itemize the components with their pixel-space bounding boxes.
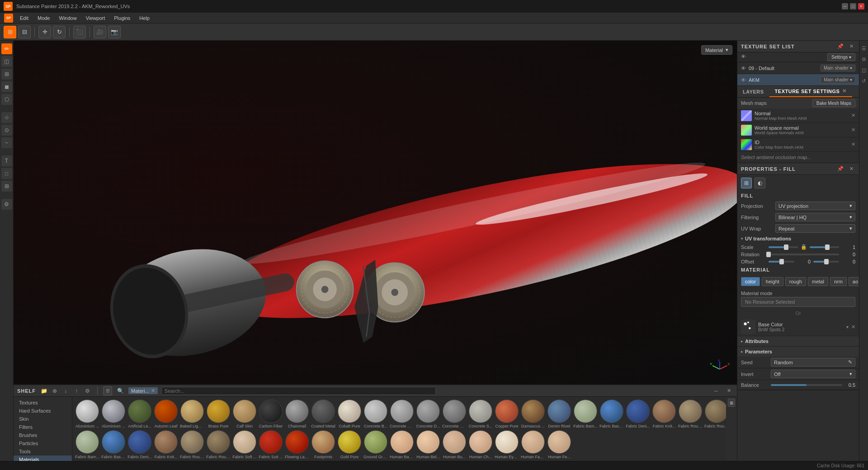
channel-color[interactable]: color — [741, 277, 760, 286]
material-item[interactable]: Aluminium ... — [101, 400, 126, 428]
toolbar-viewport-btn[interactable]: ⬛ — [73, 26, 86, 38]
shelf-cat-tools[interactable]: Tools — [14, 447, 72, 456]
material-item[interactable]: Carbon Fiber — [259, 400, 283, 428]
shelf-search-input[interactable] — [161, 387, 436, 395]
menu-viewport[interactable]: Viewport — [81, 13, 110, 23]
mesh-map-normal-close[interactable]: ✕ — [851, 113, 855, 118]
material-item[interactable]: Fabric Rough — [180, 430, 204, 459]
material-item[interactable]: Concrete Cl... — [390, 400, 414, 428]
material-item[interactable]: Artificial Le... — [127, 400, 152, 428]
material-item[interactable]: Human Ch... — [468, 430, 493, 459]
filtering-dropdown[interactable]: Bilinear | HQ ▾ — [775, 213, 855, 221]
material-item[interactable]: Copper Pure — [495, 400, 519, 428]
scale-lock-icon[interactable]: 🔒 — [801, 244, 807, 250]
menu-edit[interactable]: Edit — [15, 13, 33, 23]
shelf-cat-filters[interactable]: Filters — [14, 423, 72, 431]
close-button[interactable]: ✕ — [858, 3, 864, 9]
material-item[interactable]: Fabric Deni... — [626, 400, 650, 428]
shelf-filter-btn[interactable]: ☰ — [103, 386, 112, 395]
ts-default-shader[interactable]: Main shader ▾ — [821, 65, 855, 71]
material-item[interactable]: Footprints — [311, 430, 335, 459]
shelf-cat-textures[interactable]: Textures — [14, 399, 72, 407]
ts-akm-eye[interactable]: 👁 — [741, 77, 746, 83]
projection-dropdown[interactable]: UV projection ▾ — [775, 202, 855, 210]
ao-select-row[interactable]: Select ambient occlusion map... — [737, 152, 859, 163]
shelf-export-btn[interactable]: ↑ — [72, 386, 81, 395]
material-item[interactable]: Human Bel... — [416, 430, 440, 459]
material-item[interactable]: Damascus ... — [521, 400, 545, 428]
toolbar-camera-btn[interactable]: 🎥 — [94, 26, 106, 38]
viewport-mode-dropdown[interactable]: Material ▾ — [701, 45, 732, 55]
channel-ao[interactable]: ao — [849, 277, 859, 286]
shelf-cat-particles[interactable]: Particles — [14, 439, 72, 447]
sidebar-tool-erase[interactable]: ◫ — [1, 56, 12, 67]
material-item[interactable]: Calf Skin — [232, 400, 257, 428]
channel-height[interactable]: height — [762, 277, 783, 286]
toolbar-grid-btn[interactable]: ⊟ — [18, 26, 31, 38]
material-item[interactable]: Fabric Base... — [101, 430, 126, 459]
tsl-eye-icon[interactable]: 👁 — [741, 54, 748, 61]
far-right-texture-icon[interactable]: ◫ — [860, 66, 868, 74]
fill-color-icon[interactable]: ◐ — [755, 178, 765, 188]
material-item[interactable]: Fabric Knit... — [154, 430, 178, 459]
rotation-slider[interactable] — [769, 254, 839, 255]
sidebar-tool-layers[interactable]: ⊞ — [1, 69, 12, 80]
shelf-settings-btn[interactable]: ⚙ — [83, 386, 92, 395]
sidebar-tool-fill[interactable]: ◼ — [1, 81, 12, 92]
material-item[interactable]: Gold Pure — [337, 430, 362, 459]
menu-mode[interactable]: Mode — [33, 13, 55, 23]
material-item[interactable]: Human Fac... — [521, 430, 545, 459]
material-item[interactable]: Cobalt Pure — [337, 400, 362, 428]
sidebar-tool-smudge[interactable]: ~ — [1, 137, 12, 148]
sidebar-tool-material[interactable]: ⬡ — [1, 94, 12, 105]
shelf-cat-hard-surfaces[interactable]: Hard Surfaces — [14, 407, 72, 415]
material-item[interactable]: Concrete D... — [416, 400, 440, 428]
material-item[interactable]: Human Fe... — [547, 430, 571, 459]
material-item[interactable]: Denim Rivet — [547, 400, 571, 428]
material-item[interactable]: Human Bac... — [390, 430, 414, 459]
material-item[interactable]: Fabric Roug... — [206, 430, 231, 459]
scale-slider-y[interactable] — [810, 246, 839, 248]
uv-transform-header[interactable]: ▾ UV transformations — [737, 234, 859, 243]
offset-slider-y[interactable] — [813, 261, 839, 263]
material-item[interactable]: Concrete Sl... — [442, 400, 467, 428]
material-item[interactable]: Human Bu... — [442, 430, 467, 459]
far-right-layers-icon[interactable]: ☰ — [860, 44, 868, 52]
maximize-button[interactable]: □ — [850, 3, 856, 9]
far-right-properties-icon[interactable]: ⚙ — [860, 55, 868, 63]
menu-plugins[interactable]: Plugins — [109, 13, 135, 23]
material-item[interactable]: Autumn Leaf — [154, 400, 178, 428]
texture-set-default[interactable]: 👁 09 - Default Main shader ▾ — [737, 62, 859, 74]
attributes-header[interactable]: ▸ Attributes — [737, 336, 859, 346]
sidebar-tool-settings[interactable]: ⚙ — [1, 199, 12, 210]
material-item[interactable]: Concrete B... — [363, 400, 388, 428]
material-item[interactable]: Coated Metal — [311, 400, 335, 428]
material-item[interactable]: Fabric Base... — [599, 400, 624, 428]
shelf-cat-materials[interactable]: Materials — [14, 456, 72, 461]
balance-slider[interactable] — [771, 384, 842, 386]
material-item[interactable]: Concrete S... — [468, 400, 493, 428]
material-item[interactable]: Fabric Bam... — [75, 430, 99, 459]
material-item[interactable]: Fabric Suit ... — [259, 430, 283, 459]
minimize-button[interactable]: ─ — [842, 3, 848, 9]
offset-slider-x[interactable] — [769, 261, 794, 263]
shelf-active-tag[interactable]: Materi... ✕ — [128, 387, 158, 394]
ts-akm-shader[interactable]: Main shader ▾ — [821, 76, 855, 83]
sidebar-tool-paint[interactable]: ✏ — [1, 43, 12, 54]
tab-layers[interactable]: LAYERS — [737, 86, 769, 97]
props-pin-btn[interactable]: 📌 — [836, 165, 844, 173]
channel-rough[interactable]: rough — [785, 277, 806, 286]
bake-mesh-maps-btn[interactable]: Bake Mesh Maps — [812, 99, 855, 107]
far-right-history-icon[interactable]: ↺ — [860, 77, 868, 85]
material-item[interactable]: Fabric Rough — [678, 400, 703, 428]
material-item[interactable]: Fabric Knit... — [652, 400, 676, 428]
material-item[interactable]: Chainmail — [285, 400, 309, 428]
toolbar-paint-btn[interactable]: ⊞ — [4, 26, 16, 38]
viewport-3d[interactable]: Material ▾ X Y Z — [14, 41, 737, 384]
menu-help[interactable]: Help — [135, 13, 154, 23]
shelf-close-btn[interactable]: ✕ — [724, 386, 733, 395]
tab-tss-close[interactable]: ✕ — [842, 88, 847, 94]
invert-dropdown[interactable]: Off ▾ — [771, 370, 855, 378]
tsl-pin-btn[interactable]: 📌 — [836, 42, 844, 51]
texture-set-akm[interactable]: 👁 AKM Main shader ▾ — [737, 74, 859, 86]
